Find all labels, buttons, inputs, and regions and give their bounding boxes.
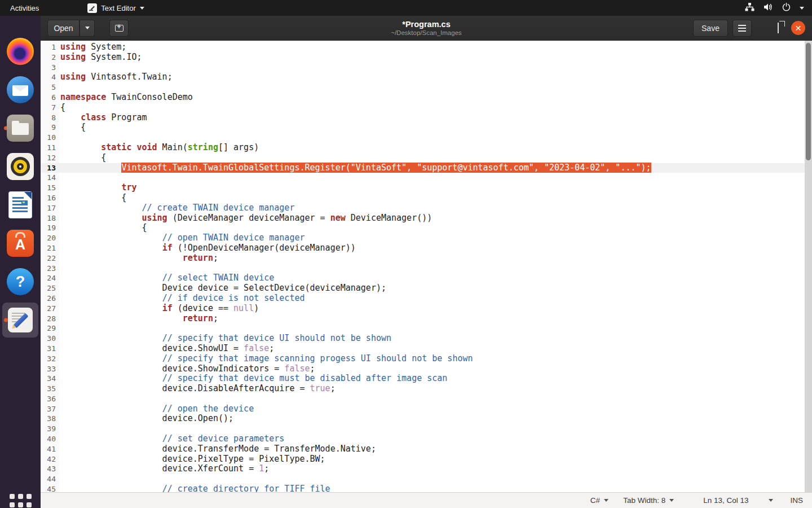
code-line[interactable]: { bbox=[59, 153, 812, 163]
code-line[interactable] bbox=[59, 424, 812, 434]
power-icon[interactable] bbox=[782, 3, 791, 13]
libreoffice-writer-icon bbox=[9, 192, 32, 218]
dock-item-ubuntu-software[interactable]: A bbox=[2, 226, 38, 261]
code-line[interactable]: try bbox=[59, 183, 812, 193]
code-line[interactable]: // specify that image scanning progess U… bbox=[59, 354, 812, 364]
line-number: 13 bbox=[41, 163, 59, 173]
code-line[interactable]: // open TWAIN device manager bbox=[59, 233, 812, 243]
goto-line-dropdown[interactable] bbox=[769, 499, 773, 502]
dock-item-firefox[interactable] bbox=[2, 34, 38, 69]
code-line[interactable]: class Program bbox=[59, 113, 812, 123]
network-icon[interactable] bbox=[745, 3, 754, 13]
code-line[interactable]: using Vintasoft.Twain; bbox=[59, 72, 812, 82]
code-line[interactable] bbox=[59, 63, 812, 73]
activities-button[interactable]: Activities bbox=[0, 0, 49, 16]
scrollbar-thumb[interactable] bbox=[806, 43, 811, 160]
cursor-position-label: Ln 13, Col 13 bbox=[703, 496, 748, 505]
cursor-position[interactable]: Ln 13, Col 13 bbox=[703, 496, 748, 505]
code-line[interactable]: return; bbox=[59, 253, 812, 264]
code-line[interactable]: // set device parameters bbox=[59, 434, 812, 444]
line-number: 33 bbox=[41, 364, 59, 374]
line-number: 41 bbox=[41, 444, 59, 454]
dock-item-libreoffice-writer[interactable] bbox=[2, 187, 38, 222]
code-line[interactable] bbox=[59, 133, 812, 143]
insert-mode-indicator[interactable]: INS bbox=[790, 496, 803, 505]
ubuntu-software-icon: A bbox=[7, 230, 34, 257]
code-line[interactable]: using System; bbox=[59, 42, 812, 52]
code-line[interactable]: Vintasoft.Twain.TwainGlobalSettings.Regi… bbox=[59, 163, 812, 173]
restore-button[interactable] bbox=[778, 23, 779, 33]
code-line[interactable]: Device device = SelectDevice(deviceManag… bbox=[59, 283, 812, 294]
close-icon: ✕ bbox=[795, 24, 802, 32]
insert-mode-label: INS bbox=[790, 496, 803, 505]
code-line[interactable]: // if device is not selected bbox=[59, 294, 812, 304]
code-line[interactable]: device.PixelType = PixelType.BW; bbox=[59, 454, 812, 465]
code-line[interactable]: device.XferCount = 1; bbox=[59, 464, 812, 474]
running-indicator bbox=[4, 318, 8, 322]
language-selector[interactable]: C# bbox=[590, 496, 608, 505]
line-number: 24 bbox=[41, 273, 59, 283]
code-line[interactable]: // specify that device UI should not be … bbox=[59, 334, 812, 344]
code-line[interactable]: // select TWAIN device bbox=[59, 273, 812, 283]
line-number: 28 bbox=[41, 314, 59, 324]
code-line[interactable] bbox=[59, 323, 812, 334]
firefox-icon bbox=[7, 38, 34, 65]
code-line[interactable] bbox=[59, 474, 812, 484]
line-number: 3 bbox=[41, 63, 59, 73]
code-line[interactable]: if (!OpenDeviceManager(deviceManager)) bbox=[59, 243, 812, 253]
dock-item-rhythmbox[interactable] bbox=[2, 149, 38, 184]
code-line[interactable]: // create TWAIN device manager bbox=[59, 203, 812, 213]
chevron-down-icon[interactable] bbox=[800, 7, 804, 10]
line-number: 38 bbox=[41, 414, 59, 424]
save-button[interactable]: Save bbox=[693, 20, 728, 37]
show-applications-button[interactable] bbox=[2, 487, 38, 508]
code-line[interactable]: // create directory for TIFF file bbox=[59, 484, 812, 492]
code-line[interactable]: device.DisableAfterAcquire = true; bbox=[59, 384, 812, 394]
code-lines[interactable]: using System;using System.IO;using Vinta… bbox=[59, 41, 812, 492]
show-applications-icon bbox=[10, 494, 32, 508]
code-line[interactable]: // open the device bbox=[59, 404, 812, 414]
dock-item-text-editor[interactable] bbox=[2, 303, 38, 338]
code-line[interactable]: { bbox=[59, 193, 812, 203]
code-line[interactable]: { bbox=[59, 223, 812, 233]
code-line[interactable]: device.Open(); bbox=[59, 414, 812, 424]
help-icon: ? bbox=[7, 268, 34, 295]
dock-item-thunderbird[interactable] bbox=[2, 72, 38, 107]
line-number: 1 bbox=[41, 42, 59, 52]
code-line[interactable]: static void Main(string[] args) bbox=[59, 143, 812, 153]
dock-item-help[interactable]: ? bbox=[2, 264, 38, 299]
code-line[interactable]: device.ShowUI = false; bbox=[59, 344, 812, 354]
code-line[interactable]: device.TransferMode = TransferMode.Nativ… bbox=[59, 444, 812, 454]
line-number: 37 bbox=[41, 404, 59, 414]
code-line[interactable]: device.ShowIndicators = false; bbox=[59, 364, 812, 374]
chevron-down-icon bbox=[140, 7, 144, 10]
code-line[interactable]: { bbox=[59, 122, 812, 133]
code-line[interactable]: using System.IO; bbox=[59, 52, 812, 63]
open-button[interactable]: Open bbox=[47, 20, 80, 37]
line-number: 26 bbox=[41, 294, 59, 304]
volume-icon[interactable] bbox=[764, 3, 773, 13]
line-number: 12 bbox=[41, 153, 59, 163]
rhythmbox-icon bbox=[7, 153, 34, 180]
code-line[interactable]: return; bbox=[59, 314, 812, 324]
code-line[interactable]: if (device == null) bbox=[59, 304, 812, 314]
code-line[interactable]: namespace TwainConsoleDemo bbox=[59, 93, 812, 103]
code-line[interactable]: { bbox=[59, 103, 812, 113]
line-number: 22 bbox=[41, 253, 59, 264]
dock-item-files[interactable] bbox=[2, 111, 38, 146]
line-number: 19 bbox=[41, 223, 59, 233]
code-line[interactable]: // specify that device must be disabled … bbox=[59, 374, 812, 384]
app-menu[interactable]: Text Editor bbox=[87, 3, 144, 13]
code-line[interactable]: using (DeviceManager deviceManager = new… bbox=[59, 213, 812, 224]
hamburger-menu-button[interactable] bbox=[732, 20, 752, 37]
code-line[interactable] bbox=[59, 264, 812, 274]
code-line[interactable] bbox=[59, 394, 812, 404]
open-dropdown-button[interactable] bbox=[80, 20, 95, 37]
new-document-button[interactable] bbox=[109, 20, 129, 37]
code-line[interactable] bbox=[59, 82, 812, 93]
vertical-scrollbar[interactable] bbox=[805, 41, 812, 492]
line-number: 15 bbox=[41, 183, 59, 193]
tab-width-selector[interactable]: Tab Width: 8 bbox=[623, 496, 674, 505]
code-line[interactable] bbox=[59, 173, 812, 183]
close-button[interactable]: ✕ bbox=[791, 21, 805, 35]
